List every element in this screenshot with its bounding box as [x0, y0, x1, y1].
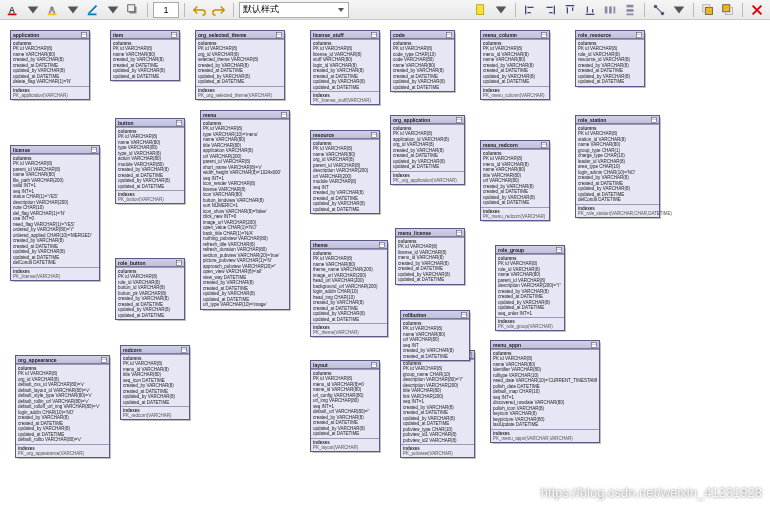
entity-menu_column[interactable]: menu_columncolumnsPK id VARCHAR(8)menu_i…	[480, 30, 550, 100]
entity-header[interactable]: theme	[311, 241, 387, 249]
delete-btn[interactable]	[748, 2, 766, 18]
entity-org_appearance[interactable]: org_appearancecolumnsPK id VARCHAR(8)org…	[15, 355, 110, 458]
entity-item[interactable]: itemcolumnsPK id VARCHAR(8)name VARCHAR(…	[110, 30, 180, 81]
entity-header[interactable]: role_group	[496, 246, 564, 254]
columns-section: columnsPK id VARCHAR(8)name VARCHAR(80)t…	[311, 249, 387, 323]
column-row: created_by VARCHAR(8)	[393, 68, 452, 74]
index-section: indexesPK_org_application(VARCHAR)	[391, 171, 464, 184]
highlight-btn[interactable]	[472, 2, 490, 18]
entity-role_group[interactable]: role_groupcolumnsPK id VARCHAR(8)role_id…	[495, 245, 565, 331]
font-color-dropdown[interactable]	[24, 2, 42, 18]
svg-rect-6	[128, 4, 135, 11]
entity-header[interactable]: org_application	[391, 116, 464, 124]
entity-header[interactable]: redcorn	[121, 346, 189, 354]
column-row: updated_at DATETIME	[483, 200, 547, 206]
align-bottom-btn[interactable]	[581, 2, 599, 18]
entity-license[interactable]: licensecolumnsPK id VARCHAR(8)parent_id …	[10, 145, 100, 281]
svg-rect-73	[371, 362, 376, 367]
entity-title: resource	[313, 132, 334, 138]
bring-front-btn[interactable]	[699, 2, 717, 18]
line-color-btn[interactable]	[84, 2, 102, 18]
column-row: delete_flag VARCHAR(1)='N'	[13, 79, 87, 85]
connector-dropdown[interactable]	[670, 2, 688, 18]
svg-text:A: A	[9, 4, 16, 14]
entity-header[interactable]: license_stuff	[311, 31, 379, 39]
align-top-btn[interactable]	[561, 2, 579, 18]
entity-header[interactable]: role_button	[116, 259, 184, 267]
align-left-btn[interactable]	[521, 2, 539, 18]
entity-header[interactable]: menu_column	[481, 31, 549, 39]
diagram-canvas[interactable]: applicationcolumnsPK id VARCHAR(8)name V…	[0, 20, 770, 506]
line-color-dropdown[interactable]	[104, 2, 122, 18]
undo-btn[interactable]	[190, 2, 208, 18]
entity-header[interactable]: button	[116, 119, 184, 127]
entity-header[interactable]: role_station	[576, 116, 659, 124]
distribute-h-btn[interactable]	[601, 2, 619, 18]
entity-header[interactable]: org_selected_theme	[196, 31, 284, 39]
entity-org_selected_theme[interactable]: org_selected_themecolumnsPK id VARCHAR(8…	[195, 30, 285, 100]
entity-pubview[interactable]: pubviewcolumnsPK id VARCHAR(8)group_name…	[400, 350, 475, 458]
index-row: PK_org_application(VARCHAR)	[393, 178, 462, 183]
entity-header[interactable]: org_appearance	[16, 356, 109, 364]
entity-layout[interactable]: layoutcolumnsPK id VARCHAR(8)menu_id VAR…	[310, 360, 380, 452]
page-spinner[interactable]	[153, 2, 179, 18]
column-row: description VARCHAR(200)='Y'	[498, 283, 562, 289]
index-section: indexesPK_pubview(VARCHAR)	[401, 444, 474, 457]
index-section: indexesPK_application(VARCHAR)	[11, 86, 89, 99]
style-combo[interactable]: 默认样式	[239, 2, 349, 18]
entity-header[interactable]: license	[11, 146, 99, 154]
index-section: indexesPK_role_group(VARCHAR)	[496, 317, 564, 330]
entity-license_stuff[interactable]: license_stuffcolumnsPK id VARCHAR(8)lice…	[310, 30, 380, 105]
entity-header[interactable]: item	[111, 31, 179, 39]
entity-org_application[interactable]: org_applicationcolumnsPK id VARCHAR(8)ap…	[390, 115, 465, 185]
entity-header[interactable]: layout	[311, 361, 379, 369]
redo-btn[interactable]	[210, 2, 228, 18]
column-row: description VARCHAR(80)='Y'	[403, 377, 472, 383]
font-color-btn[interactable]: A	[4, 2, 22, 18]
entity-application[interactable]: applicationcolumnsPK id VARCHAR(8)name V…	[10, 30, 90, 100]
entity-menu_redcorn[interactable]: menu_redcorncolumnsPK id VARCHAR(8)menu_…	[480, 140, 550, 221]
entity-redcorn[interactable]: redcorncolumnsPK id VARCHAR(8)menu_id VA…	[120, 345, 190, 420]
column-row: updated_at DATETIME	[313, 431, 377, 437]
index-section: indexesPK_layout(VARCHAR)	[311, 438, 379, 451]
index-section: indexesPK_role_station(VARCHAR,CHAR,DATE…	[576, 204, 659, 217]
entity-header[interactable]: application	[11, 31, 89, 39]
align-right-btn[interactable]	[541, 2, 559, 18]
entity-menu[interactable]: menucolumnsPK id VARCHAR(8)type VARCHAR(…	[200, 110, 290, 310]
entity-title: menu_redcorn	[483, 142, 518, 148]
entity-header[interactable]: role_resource	[576, 31, 644, 39]
entity-header[interactable]: resource	[311, 131, 379, 139]
svg-text:A: A	[49, 4, 56, 14]
columns-section: columnsPK id VARCHAR(8)license_id VARCHA…	[311, 39, 379, 91]
table-icon	[541, 32, 547, 38]
entity-role_resource[interactable]: role_resourcecolumnsPK id VARCHAR(8)role…	[575, 30, 645, 87]
entity-resource[interactable]: resourcecolumnsPK id VARCHAR(8)name VARC…	[310, 130, 380, 214]
shadow-btn[interactable]	[124, 2, 142, 18]
entity-header[interactable]: menu_license	[396, 229, 464, 237]
svg-rect-49	[176, 120, 181, 125]
svg-rect-63	[379, 242, 384, 247]
distribute-v-btn[interactable]	[621, 2, 639, 18]
entity-header[interactable]: rollbutton	[401, 311, 469, 319]
send-back-btn[interactable]	[719, 2, 737, 18]
table-icon	[456, 117, 462, 123]
entity-theme[interactable]: themecolumnsPK id VARCHAR(8)name VARCHAR…	[310, 240, 388, 337]
connector-btn[interactable]	[650, 2, 668, 18]
entity-title: role_button	[118, 260, 146, 266]
entity-rollbutton[interactable]: rollbuttoncolumnsPK id VARCHAR(8)name VA…	[400, 310, 470, 361]
entity-code[interactable]: codecolumnsPK id VARCHAR(8)code_type CHA…	[390, 30, 455, 92]
highlight-dropdown[interactable]	[492, 2, 510, 18]
bg-color-btn[interactable]: A	[44, 2, 62, 18]
entity-role_button[interactable]: role_buttoncolumnsPK id VARCHAR(8)role_i…	[115, 258, 185, 320]
separator	[233, 3, 234, 17]
entity-menu_license[interactable]: menu_licensecolumnsPK id VARCHAR(8)licen…	[395, 228, 465, 285]
entity-role_station[interactable]: role_stationcolumnsPK id VARCHAR(8)stati…	[575, 115, 660, 218]
bg-color-dropdown[interactable]	[64, 2, 82, 18]
entity-title: menu_appn	[493, 342, 521, 348]
entity-header[interactable]: code	[391, 31, 454, 39]
entity-header[interactable]: menu_appn	[491, 341, 599, 349]
entity-header[interactable]: menu	[201, 111, 289, 119]
entity-menu_appn[interactable]: menu_appncolumnsPK id VARCHAR(8)name VAR…	[490, 340, 600, 443]
entity-button[interactable]: buttoncolumnsPK id VARCHAR(8)name VARCHA…	[115, 118, 185, 204]
entity-header[interactable]: menu_redcorn	[481, 141, 549, 149]
